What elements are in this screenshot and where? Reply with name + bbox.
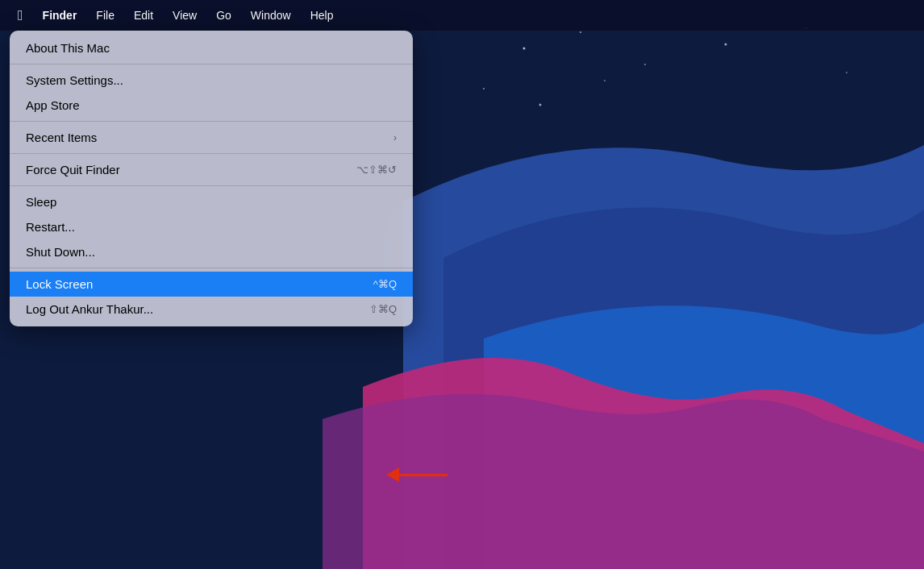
- system-settings-label: System Settings...: [26, 73, 397, 87]
- window-menu-button[interactable]: Window: [243, 6, 299, 25]
- svg-point-1: [523, 48, 526, 50]
- app-store-item[interactable]: App Store: [10, 93, 413, 118]
- shutdown-item[interactable]: Shut Down...: [10, 239, 413, 264]
- separator-4: [10, 185, 413, 186]
- separator-1: [10, 64, 413, 64]
- edit-menu-button[interactable]: Edit: [126, 6, 161, 25]
- shutdown-label: Shut Down...: [26, 245, 397, 259]
- recent-items-arrow-icon: ›: [393, 132, 397, 143]
- logout-shortcut: ⇧⌘Q: [369, 303, 397, 315]
- force-quit-item[interactable]: Force Quit Finder ⌥⇧⌘↺: [10, 157, 413, 182]
- svg-point-2: [580, 31, 581, 33]
- go-menu-button[interactable]: Go: [208, 6, 239, 25]
- menubar:  Finder File Edit View Go Window Help: [0, 0, 924, 31]
- force-quit-label: Force Quit Finder: [26, 163, 356, 177]
- annotation-arrow: [387, 467, 447, 482]
- arrow-head-icon: [386, 467, 399, 482]
- lock-screen-shortcut: ^⌘Q: [373, 278, 397, 290]
- svg-point-9: [604, 80, 606, 81]
- svg-point-4: [725, 44, 727, 46]
- lock-screen-item[interactable]: Lock Screen ^⌘Q: [10, 272, 413, 297]
- svg-point-7: [483, 88, 485, 89]
- restart-item[interactable]: Restart...: [10, 214, 413, 239]
- svg-point-3: [644, 64, 646, 65]
- lock-screen-label: Lock Screen: [26, 277, 373, 291]
- separator-3: [10, 153, 413, 154]
- view-menu-button[interactable]: View: [164, 6, 205, 25]
- sleep-item[interactable]: Sleep: [10, 189, 413, 214]
- arrow-line: [399, 474, 447, 476]
- finder-menu-button[interactable]: Finder: [35, 6, 85, 25]
- help-menu-button[interactable]: Help: [302, 6, 342, 25]
- separator-5: [10, 268, 413, 268]
- system-settings-item[interactable]: System Settings...: [10, 68, 413, 93]
- svg-point-8: [539, 104, 542, 106]
- logout-item[interactable]: Log Out Ankur Thakur... ⇧⌘Q: [10, 297, 413, 322]
- sleep-label: Sleep: [26, 195, 397, 209]
- separator-2: [10, 121, 413, 122]
- about-this-mac-label: About This Mac: [26, 41, 397, 55]
- restart-label: Restart...: [26, 220, 397, 234]
- apple-dropdown-menu: About This Mac System Settings... App St…: [10, 31, 413, 326]
- logout-label: Log Out Ankur Thakur...: [26, 302, 369, 316]
- apple-menu-button[interactable]: : [10, 6, 31, 26]
- file-menu-button[interactable]: File: [88, 6, 123, 25]
- recent-items-label: Recent Items: [26, 131, 393, 144]
- svg-point-6: [846, 72, 847, 73]
- about-this-mac-item[interactable]: About This Mac: [10, 35, 413, 60]
- recent-items-item[interactable]: Recent Items ›: [10, 125, 413, 150]
- force-quit-shortcut: ⌥⇧⌘↺: [356, 164, 397, 176]
- app-store-label: App Store: [26, 98, 397, 112]
